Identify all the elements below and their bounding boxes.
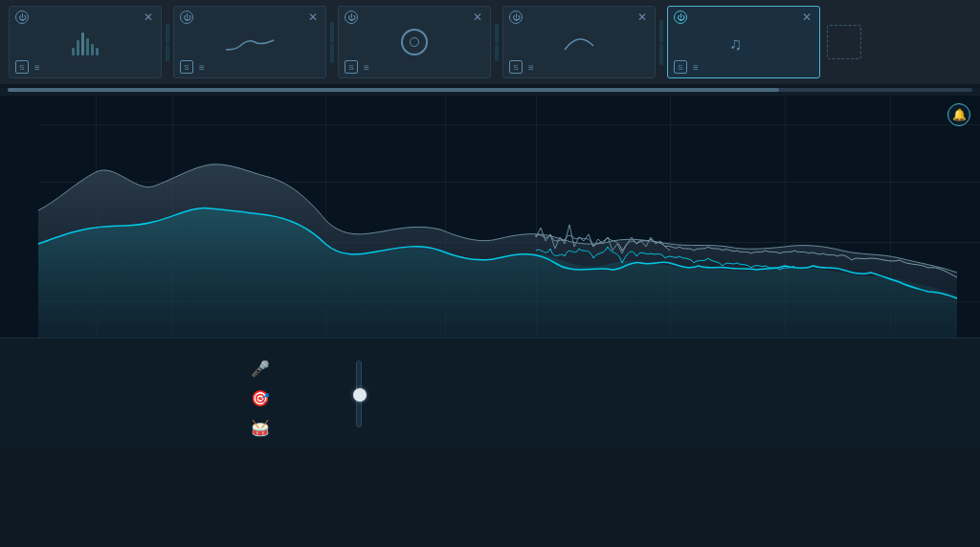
plugin-slot-dynamic-eq[interactable]: ⏻ ✕ S ≡: [173, 6, 326, 78]
power-btn-dynamic-eq[interactable]: ⏻: [180, 11, 193, 24]
vocals-icon: 🎤: [249, 360, 272, 378]
power-btn-master-rebalance[interactable]: ⏻: [674, 11, 687, 24]
notification-button[interactable]: 🔔: [947, 103, 970, 126]
plugin-visual-dynamics: [15, 27, 155, 57]
add-plugin-button[interactable]: [827, 25, 861, 59]
gain-slider-thumb[interactable]: [353, 388, 367, 402]
s-btn-master-rebalance[interactable]: S: [674, 60, 687, 74]
gain-col: [356, 355, 362, 431]
list-icon-master-rebalance: ≡: [693, 62, 699, 73]
bell-icon: 🔔: [952, 108, 967, 121]
svg-text:♫: ♫: [729, 34, 743, 54]
focus-panel: 🎤 🎯 🥁: [249, 346, 362, 441]
power-btn-dynamics[interactable]: ⏻: [15, 11, 29, 24]
vert-meter-2: [329, 11, 335, 73]
plugin-bottom-low-end-focus: S ≡: [345, 60, 484, 74]
list-icon-maximizer: ≡: [528, 62, 534, 73]
plugin-slot-master-rebalance[interactable]: ⏻ ✕ ♫ S ≡: [667, 6, 820, 78]
vert-meter-4: [658, 11, 664, 73]
scrollbar-area: [0, 88, 980, 96]
bottom-panel: 🎤 🎯 🥁: [0, 338, 980, 448]
plugin-visual-maximizer: [509, 27, 649, 57]
close-btn-low-end-focus[interactable]: ✕: [471, 11, 484, 24]
list-icon-dynamics: ≡: [34, 62, 40, 73]
close-btn-master-rebalance[interactable]: ✕: [800, 11, 813, 24]
plugin-bottom-master-rebalance: S ≡: [674, 60, 813, 74]
power-btn-maximizer[interactable]: ⏻: [509, 11, 523, 24]
plugin-chain: ⏻ ✕ S ≡ ⏻ ✕: [0, 0, 980, 86]
close-btn-maximizer[interactable]: ✕: [635, 11, 649, 24]
s-btn-low-end-focus[interactable]: S: [345, 60, 358, 74]
bass-icon: 🎯: [249, 389, 272, 407]
focus-item-vocals[interactable]: 🎤: [249, 356, 337, 382]
plugin-slot-maximizer[interactable]: ⏻ ✕ S ≡: [502, 6, 656, 78]
drums-icon: 🥁: [249, 419, 272, 437]
plugin-bottom-dynamics: S ≡: [15, 60, 155, 74]
list-icon-low-end-focus: ≡: [364, 62, 369, 73]
plugin-bottom-dynamic-eq: S ≡: [180, 60, 320, 74]
s-btn-maximizer[interactable]: S: [509, 60, 523, 74]
plugin-slot-dynamics[interactable]: ⏻ ✕ S ≡: [9, 6, 162, 78]
gain-slider-track[interactable]: [356, 361, 362, 427]
scrollbar-track[interactable]: [8, 88, 972, 92]
close-btn-dynamics[interactable]: ✕: [142, 11, 155, 24]
vert-meter-1: [165, 11, 170, 73]
power-btn-low-end-focus[interactable]: ⏻: [345, 11, 358, 24]
s-btn-dynamics[interactable]: S: [15, 60, 29, 74]
focus-labels: 🎤 🎯 🥁: [249, 346, 337, 441]
scrollbar-thumb[interactable]: [8, 88, 779, 92]
plugin-visual-dynamic-eq: [180, 27, 320, 57]
list-icon-dynamic-eq: ≡: [199, 62, 205, 73]
plugin-visual-low-end-focus: [345, 27, 484, 57]
focus-item-drums[interactable]: 🥁: [249, 415, 337, 441]
close-btn-dynamic-eq[interactable]: ✕: [306, 11, 320, 24]
s-btn-dynamic-eq[interactable]: S: [180, 60, 193, 74]
plugin-bottom-maximizer: S ≡: [509, 60, 649, 74]
focus-item-bass[interactable]: 🎯: [249, 385, 337, 411]
plugin-slot-low-end-focus[interactable]: ⏻ ✕ S ≡: [338, 6, 491, 78]
analyzer-area: 🔔: [0, 96, 980, 448]
plugin-visual-master-rebalance: ♫: [674, 27, 813, 57]
vert-meter-3: [494, 11, 500, 73]
